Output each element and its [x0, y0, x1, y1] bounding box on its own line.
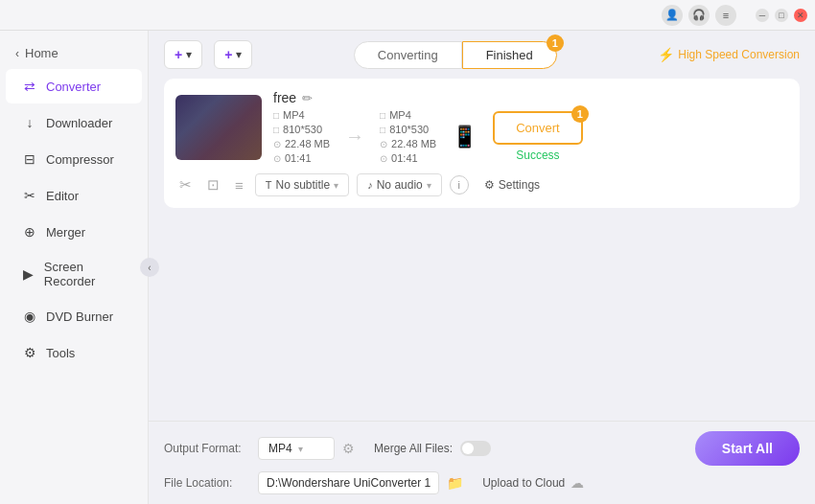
output-format-chevron-icon: ▾ [298, 444, 303, 454]
merge-label: Merge All Files: [374, 442, 453, 455]
collapse-sidebar-button[interactable]: ‹ [140, 258, 159, 277]
file-row-top: free ✏ □ MP4 □ [175, 90, 788, 164]
compressor-icon: ⊟ [21, 150, 38, 168]
src-size: 22.48 MB [285, 138, 330, 149]
tab-finished[interactable]: Finished 1 [462, 41, 557, 69]
sidebar-label-tools: Tools [46, 346, 75, 360]
subtitle-select[interactable]: T No subtitle ▾ [255, 173, 349, 196]
sidebar: ‹ Home ⇄ Converter ↓ Downloader ⊟ Compre… [0, 31, 149, 504]
high-speed-conversion[interactable]: ⚡ High Speed Conversion [658, 47, 800, 62]
maximize-button[interactable]: □ [775, 9, 788, 22]
audio-select[interactable]: ♪ No audio ▾ [357, 173, 442, 196]
sidebar-item-compressor[interactable]: ⊟ Compressor [6, 142, 142, 176]
crop-icon[interactable]: ⊡ [203, 174, 223, 195]
sidebar-label-downloader: Downloader [46, 116, 112, 130]
sidebar-label-compressor: Compressor [46, 152, 114, 167]
content-area: free ✏ □ MP4 □ [149, 79, 815, 421]
src-size-icon: ⊙ [273, 139, 281, 149]
tab-group: Converting Finished 1 [264, 41, 646, 69]
src-size-row: ⊙ 22.48 MB [273, 138, 330, 149]
settings-button[interactable]: ⚙ Settings [477, 174, 547, 195]
convert-badge: 1 [571, 105, 589, 123]
src-resolution-icon: □ [273, 125, 279, 135]
sidebar-label-editor: Editor [46, 189, 79, 203]
start-all-button[interactable]: Start All [695, 431, 800, 466]
convert-button[interactable]: Convert 1 [493, 111, 583, 145]
output-format-value: MP4 [268, 442, 292, 455]
audio-value: No audio [377, 178, 423, 192]
dst-format-row: □ MP4 [380, 109, 436, 121]
more-icon[interactable]: ≡ [231, 175, 247, 195]
subtitle-label: T [266, 179, 272, 191]
output-settings-gear-icon[interactable]: ⚙ [342, 441, 355, 456]
convert-button-wrap: Convert 1 Success [493, 111, 583, 162]
src-resolution: 810*530 [283, 124, 322, 135]
titlebar: 👤 🎧 ≡ ─ □ ✕ [0, 0, 815, 31]
headphone-icon[interactable]: 🎧 [688, 5, 710, 26]
high-speed-label: High Speed Conversion [678, 48, 800, 61]
user-icon[interactable]: 👤 [662, 5, 683, 26]
thumb-image [175, 95, 262, 160]
scissors-icon[interactable]: ✂ [175, 174, 196, 195]
add-extra-plus-icon: + [224, 47, 232, 62]
src-format: MP4 [283, 109, 305, 121]
tools-icon: ⚙ [21, 344, 38, 361]
file-info: free ✏ □ MP4 □ [273, 90, 788, 164]
dst-duration: 01:41 [391, 152, 418, 164]
sidebar-item-editor[interactable]: ✂ Editor [6, 178, 142, 213]
file-location-label: File Location: [164, 476, 250, 490]
file-card: free ✏ □ MP4 □ [164, 79, 800, 208]
info-icon[interactable]: i [450, 175, 469, 195]
merge-all-files-row: Merge All Files: [374, 441, 491, 456]
start-all-label: Start All [722, 441, 773, 456]
sidebar-item-screen-recorder[interactable]: ▶ Screen Recorder [6, 251, 142, 297]
cloud-icon: ☁ [570, 475, 584, 491]
sidebar-item-merger[interactable]: ⊕ Merger [6, 215, 142, 249]
sidebar-item-dvd-burner[interactable]: ◉ DVD Burner [6, 299, 142, 333]
dst-size: 22.48 MB [391, 138, 436, 149]
dst-resolution-icon: □ [380, 125, 385, 135]
upload-to-cloud[interactable]: Upload to Cloud ☁ [482, 475, 584, 491]
dst-size-row: ⊙ 22.48 MB [380, 138, 436, 149]
output-format-label: Output Format: [164, 442, 250, 455]
sidebar-label-converter: Converter [46, 80, 101, 94]
sidebar-item-downloader[interactable]: ↓ Downloader [6, 105, 142, 140]
tab-converting[interactable]: Converting [354, 41, 462, 69]
output-format-select[interactable]: MP4 ▾ [258, 437, 335, 460]
src-duration-row: ⊙ 01:41 [273, 152, 330, 164]
sidebar-item-converter[interactable]: ⇄ Converter [6, 69, 142, 103]
dst-resolution-row: □ 810*530 [380, 124, 436, 135]
finished-badge: 1 [547, 34, 564, 52]
device-export-icon[interactable]: 📱 [452, 125, 477, 149]
home-nav[interactable]: ‹ Home [0, 38, 148, 68]
editor-icon: ✂ [21, 187, 38, 204]
bottom-bar: Output Format: MP4 ▾ ⚙ Merge All Files: [149, 421, 815, 504]
main-content: + ▾ + ▾ Converting Finished 1 ⚡ High Spe… [149, 31, 815, 504]
sidebar-item-tools[interactable]: ⚙ Tools [6, 335, 142, 370]
add-files-label: ▾ [186, 48, 192, 61]
menu-icon[interactable]: ≡ [715, 5, 736, 26]
dvd-burner-icon: ◉ [21, 308, 38, 325]
add-files-button[interactable]: + ▾ [164, 40, 202, 69]
file-thumbnail [175, 95, 262, 160]
success-label: Success [516, 149, 559, 162]
convert-arrow-icon: → [345, 126, 364, 148]
file-details: □ MP4 □ 810*530 ⊙ 22.48 MB [273, 109, 788, 164]
dst-resolution: 810*530 [389, 124, 429, 135]
dest-details: □ MP4 □ 810*530 ⊙ 22.48 MB [380, 109, 436, 164]
audio-icon: ♪ [367, 179, 373, 191]
close-button[interactable]: ✕ [794, 9, 807, 22]
src-duration-icon: ⊙ [273, 153, 281, 164]
file-location-path: D:\Wondershare UniConverter 1 [258, 471, 439, 494]
edit-filename-icon[interactable]: ✏ [302, 91, 313, 105]
settings-gear-icon: ⚙ [484, 178, 495, 192]
sidebar-label-screen-recorder: Screen Recorder [44, 260, 127, 288]
add-extra-button[interactable]: + ▾ [214, 40, 252, 69]
minimize-button[interactable]: ─ [756, 9, 769, 22]
browse-folder-icon[interactable]: 📁 [447, 475, 463, 491]
upload-cloud-label: Upload to Cloud [482, 476, 565, 490]
subtitle-chevron-icon: ▾ [334, 180, 338, 191]
merge-toggle[interactable] [460, 441, 491, 456]
dst-duration-icon: ⊙ [380, 153, 387, 164]
sidebar-label-dvd-burner: DVD Burner [46, 309, 113, 324]
